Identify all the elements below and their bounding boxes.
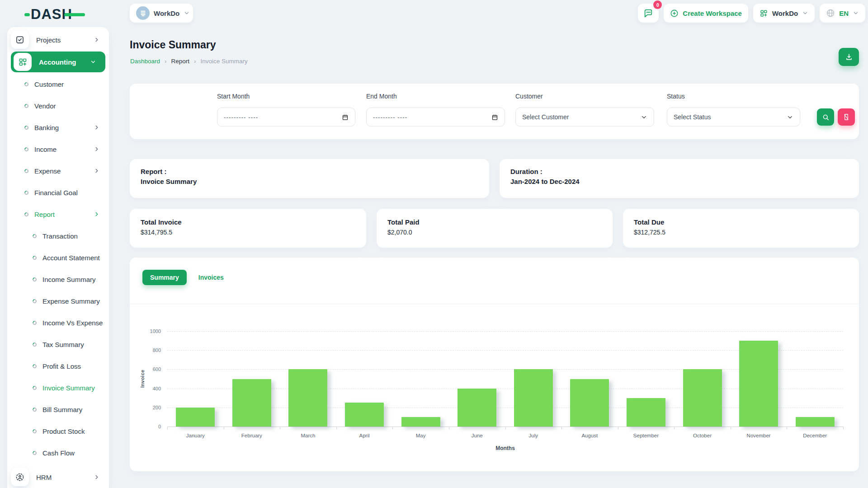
sidebar-item-hrm[interactable]: HRM — [7, 466, 109, 488]
download-button[interactable] — [839, 48, 859, 66]
sidebar-item-label: Income Vs Expense — [42, 319, 103, 327]
total-paid-value: $2,070.0 — [387, 229, 602, 236]
bar-april — [345, 403, 384, 427]
calendar-icon[interactable] — [342, 114, 349, 121]
total-invoice-card: Total Invoice $314,795.5 — [130, 209, 366, 248]
sidebar-item-income[interactable]: Income — [7, 138, 109, 160]
x-tick-label: April — [336, 433, 393, 438]
bullet-icon — [32, 385, 38, 391]
bar-august — [570, 379, 609, 427]
x-axis-tick — [392, 427, 393, 429]
apply-filter-button[interactable] — [817, 108, 834, 126]
x-axis-tick — [505, 427, 506, 429]
sidebar-item-product-stock[interactable]: Product Stock — [7, 420, 109, 442]
x-tick-label: July — [505, 433, 562, 438]
workspace-name: WorkDo — [154, 9, 179, 17]
x-axis-tick — [674, 427, 675, 429]
bullet-icon — [24, 211, 29, 217]
sidebar-item-label: Income Summary — [42, 276, 96, 283]
language-menu[interactable]: EN — [820, 4, 865, 23]
x-axis-tick — [167, 427, 168, 429]
status-select[interactable]: Select Status — [667, 108, 800, 127]
grid-plus-icon — [14, 53, 32, 71]
workspace-switcher[interactable]: WorkDo — [130, 4, 193, 23]
chart-card: Summary Invoices Invoice 020040060080010… — [130, 258, 859, 471]
chevron-down-icon — [90, 59, 96, 65]
sidebar-item-expense-summary[interactable]: Expense Summary — [7, 290, 109, 312]
sidebar-item-customer[interactable]: Customer — [7, 73, 109, 95]
duration-value: Jan-2024 to Dec-2024 — [510, 177, 848, 187]
x-axis-tick — [449, 427, 449, 429]
start-month-label: Start Month — [217, 93, 250, 100]
x-tick-label: January — [167, 433, 224, 438]
duration-info-card: Duration : Jan-2024 to Dec-2024 — [500, 159, 859, 198]
customer-label: Customer — [515, 93, 543, 100]
start-month-input[interactable]: --------- ---- — [217, 108, 355, 127]
tab-invoices[interactable]: Invoices — [198, 274, 224, 281]
sidebar: ProjectsAccountingCustomerVendorBankingI… — [7, 27, 109, 488]
sidebar-item-financial-goal[interactable]: Financial Goal — [7, 182, 109, 203]
y-tick-label: 800 — [153, 347, 161, 353]
checkbox-icon — [11, 31, 29, 49]
end-month-placeholder: --------- ---- — [373, 114, 407, 121]
app-logo[interactable]: DASH — [31, 6, 72, 23]
customer-select[interactable]: Select Customer — [515, 108, 654, 127]
sidebar-item-account-statement[interactable]: Account Statement — [7, 247, 109, 268]
bullet-icon — [32, 428, 38, 434]
x-tick-label: May — [392, 433, 449, 438]
workspace-menu-label: WorkDo — [772, 9, 798, 17]
bullet-icon — [32, 320, 38, 326]
breadcrumb-separator: › — [165, 58, 167, 65]
search-icon — [822, 113, 830, 121]
bar-november — [739, 341, 778, 427]
sidebar-item-projects[interactable]: Projects — [7, 29, 109, 51]
bullet-icon — [24, 190, 29, 196]
chevron-down-icon — [184, 10, 190, 16]
bar-february — [232, 379, 271, 427]
calendar-icon[interactable] — [491, 114, 498, 121]
breadcrumb-dashboard[interactable]: Dashboard — [130, 58, 160, 65]
chevron-right-icon — [94, 37, 100, 43]
tab-summary[interactable]: Summary — [142, 270, 187, 285]
chevron-right-icon — [94, 146, 100, 152]
x-axis-tick — [787, 427, 787, 429]
chevron-right-icon — [94, 474, 100, 480]
gridline — [167, 331, 843, 332]
bar-december — [796, 417, 835, 427]
sidebar-item-invoice-summary[interactable]: Invoice Summary — [7, 377, 109, 399]
end-month-input[interactable]: --------- ---- — [366, 108, 505, 127]
workspace-menu[interactable]: WorkDo — [753, 4, 815, 23]
reset-filter-button[interactable] — [838, 108, 855, 126]
tabs-divider — [130, 304, 859, 304]
sidebar-item-transaction[interactable]: Transaction — [7, 225, 109, 247]
sidebar-item-vendor[interactable]: Vendor — [7, 95, 109, 117]
sidebar-item-report[interactable]: Report — [7, 203, 109, 225]
sidebar-item-label: Vendor — [34, 102, 56, 110]
total-due-label: Total Due — [634, 218, 848, 226]
sidebar-item-accounting[interactable]: Accounting — [11, 52, 105, 72]
breadcrumb-report[interactable]: Report — [171, 58, 190, 65]
messages-button[interactable]: 0 — [638, 4, 659, 23]
sidebar-item-label: Profit & Loss — [42, 362, 81, 370]
sidebar-item-label: Report — [34, 211, 55, 218]
bar-october — [683, 369, 722, 427]
report-value: Invoice Summary — [141, 177, 478, 187]
sidebar-item-income-summary[interactable]: Income Summary — [7, 268, 109, 290]
sidebar-item-bill-summary[interactable]: Bill Summary — [7, 399, 109, 420]
sidebar-item-expense[interactable]: Expense — [7, 160, 109, 182]
sidebar-item-cash-flow[interactable]: Cash Flow — [7, 442, 109, 464]
sidebar-item-label: Accounting — [39, 58, 76, 66]
x-axis-title: Months — [167, 445, 843, 451]
sidebar-item-label: Account Statement — [42, 254, 100, 262]
sidebar-item-tax-summary[interactable]: Tax Summary — [7, 333, 109, 355]
filter-card: Start Month --------- ---- End Month ---… — [130, 84, 859, 139]
sidebar-item-banking[interactable]: Banking — [7, 117, 109, 138]
create-workspace-button[interactable]: Create Workspace — [664, 4, 748, 23]
bullet-icon — [24, 81, 29, 87]
sidebar-item-label: Invoice Summary — [42, 384, 95, 392]
report-tabs: Summary Invoices — [142, 270, 224, 285]
sidebar-item-profit-loss[interactable]: Profit & Loss — [7, 355, 109, 377]
total-paid-card: Total Paid $2,070.0 — [377, 209, 613, 248]
end-month-label: End Month — [366, 93, 397, 100]
sidebar-item-income-vs-expense[interactable]: Income Vs Expense — [7, 312, 109, 333]
